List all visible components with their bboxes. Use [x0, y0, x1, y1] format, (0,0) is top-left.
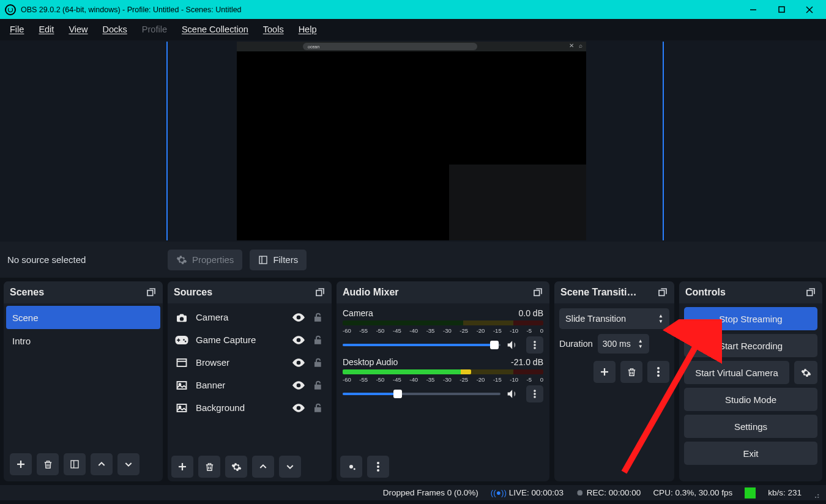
speaker-icon[interactable] — [507, 388, 520, 399]
studio-mode-button[interactable]: Studio Mode — [684, 388, 817, 411]
visibility-toggle[interactable] — [292, 381, 305, 390]
preview-pip — [449, 165, 586, 240]
volume-slider[interactable] — [343, 393, 500, 395]
obs-app-icon — [5, 4, 16, 15]
menu-profile[interactable]: Profile — [136, 22, 173, 37]
source-row-camera[interactable]: Camera — [170, 306, 329, 328]
close-icon[interactable] — [795, 0, 824, 19]
audio-menu-button[interactable] — [367, 456, 389, 478]
lock-toggle[interactable] — [312, 358, 324, 368]
transition-menu-button[interactable] — [647, 361, 669, 383]
level-meter — [343, 369, 543, 374]
scene-up-button[interactable] — [91, 453, 113, 475]
lock-toggle[interactable] — [312, 380, 324, 390]
menu-docks[interactable]: Docks — [97, 22, 133, 37]
source-row-background[interactable]: Background — [170, 396, 329, 419]
visibility-toggle[interactable] — [292, 313, 305, 322]
channel-name: Camera — [343, 308, 373, 318]
settings-button[interactable]: Settings — [684, 415, 817, 438]
volume-slider[interactable] — [343, 344, 500, 346]
channel-menu-button[interactable] — [526, 336, 543, 354]
duration-spinner-icon[interactable]: ▲▼ — [634, 335, 647, 352]
scene-filter-button[interactable] — [64, 453, 86, 475]
scenes-panel: Scenes Scene Intro — [4, 281, 163, 481]
source-row-game-capture[interactable]: Game Capture — [170, 328, 329, 351]
visibility-toggle[interactable] — [292, 336, 305, 344]
add-source-button[interactable] — [171, 456, 193, 478]
transitions-header[interactable]: Scene Transiti… — [554, 281, 674, 303]
channel-menu-button[interactable] — [526, 385, 543, 402]
menu-edit[interactable]: Edit — [32, 22, 60, 37]
channel-db: -21.0 dB — [511, 357, 543, 367]
titlebar: OBS 29.0.2 (64-bit, windows) - Profile: … — [0, 0, 826, 19]
properties-label: Properties — [192, 254, 234, 265]
popout-icon[interactable] — [656, 286, 669, 299]
popout-icon[interactable] — [804, 286, 817, 299]
scene-item-scene[interactable]: Scene — [6, 306, 160, 329]
menu-scene-collection[interactable]: Scene Collection — [176, 22, 255, 37]
popout-icon[interactable] — [313, 286, 327, 299]
source-settings-button[interactable] — [225, 456, 247, 478]
speaker-icon[interactable] — [507, 339, 520, 350]
preview-canvas[interactable]: ocean ✕ ⌕ — [237, 42, 586, 240]
scenes-header[interactable]: Scenes — [4, 281, 163, 303]
cpu-status: CPU: 0.3%, 30.00 fps — [653, 488, 732, 497]
start-recording-button[interactable]: Start Recording — [684, 334, 817, 357]
minimize-icon[interactable] — [739, 0, 767, 19]
add-transition-button[interactable] — [593, 361, 616, 383]
transition-select[interactable]: Slide Transition ▲▼ — [559, 308, 669, 329]
stop-streaming-button[interactable]: Stop Streaming — [684, 307, 817, 330]
visibility-toggle[interactable] — [292, 404, 305, 412]
source-down-button[interactable] — [279, 456, 301, 478]
svg-rect-12 — [177, 359, 187, 366]
svg-rect-11 — [316, 291, 322, 296]
add-scene-button[interactable] — [10, 453, 32, 475]
controls-panel: Controls Stop Streaming Start Recording … — [679, 281, 822, 481]
svg-point-34 — [657, 367, 660, 369]
filters-label: Filters — [273, 254, 298, 265]
visibility-toggle[interactable] — [292, 358, 305, 367]
popout-icon[interactable] — [144, 286, 158, 299]
controls-header[interactable]: Controls — [679, 281, 822, 303]
preview-close-icon: ✕ — [569, 42, 574, 49]
menu-view[interactable]: View — [62, 22, 94, 37]
virtual-camera-settings-button[interactable] — [794, 361, 817, 384]
menu-help[interactable]: Help — [292, 22, 323, 37]
select-spinner-icon[interactable]: ▲▼ — [655, 309, 667, 328]
menu-file[interactable]: File — [4, 22, 30, 37]
properties-button[interactable]: Properties — [168, 250, 242, 270]
maximize-icon[interactable] — [767, 0, 795, 19]
popout-icon[interactable] — [531, 286, 545, 299]
menu-tools[interactable]: Tools — [257, 22, 290, 37]
start-virtual-camera-button[interactable]: Start Virtual Camera — [684, 361, 789, 384]
svg-rect-37 — [807, 291, 813, 296]
dropped-frames: Dropped Frames 0 (0.0%) — [383, 488, 478, 497]
sources-header[interactable]: Sources — [168, 281, 332, 303]
exit-button[interactable]: Exit — [684, 442, 817, 465]
preview-area[interactable]: ocean ✕ ⌕ — [0, 40, 826, 242]
resize-grip-icon[interactable]: ⣠ — [814, 488, 820, 498]
window-title: OBS 29.0.2 (64-bit, windows) - Profile: … — [21, 6, 739, 14]
delete-scene-button[interactable] — [37, 453, 59, 475]
kbs-status: kb/s: 231 — [768, 488, 802, 497]
filters-button[interactable]: Filters — [250, 250, 307, 270]
audio-header[interactable]: Audio Mixer — [337, 281, 549, 303]
source-row-banner[interactable]: Banner — [170, 374, 329, 396]
scene-item-intro[interactable]: Intro — [6, 329, 160, 352]
filters-icon — [258, 255, 268, 265]
svg-rect-1 — [779, 7, 784, 12]
delete-transition-button[interactable] — [620, 361, 642, 383]
rec-indicator-icon: ⏺ — [576, 488, 584, 497]
duration-input[interactable]: 300 ms ▲▼ — [598, 334, 649, 354]
lock-toggle[interactable] — [312, 403, 324, 413]
source-up-button[interactable] — [252, 456, 274, 478]
scene-down-button[interactable] — [117, 453, 140, 475]
svg-point-28 — [377, 462, 379, 464]
svg-point-21 — [534, 341, 536, 343]
lock-toggle[interactable] — [312, 335, 324, 345]
audio-advanced-button[interactable] — [340, 456, 362, 478]
camera-icon — [175, 313, 188, 322]
source-row-browser[interactable]: Browser — [170, 351, 329, 374]
delete-source-button[interactable] — [198, 456, 220, 478]
lock-toggle[interactable] — [312, 313, 324, 322]
